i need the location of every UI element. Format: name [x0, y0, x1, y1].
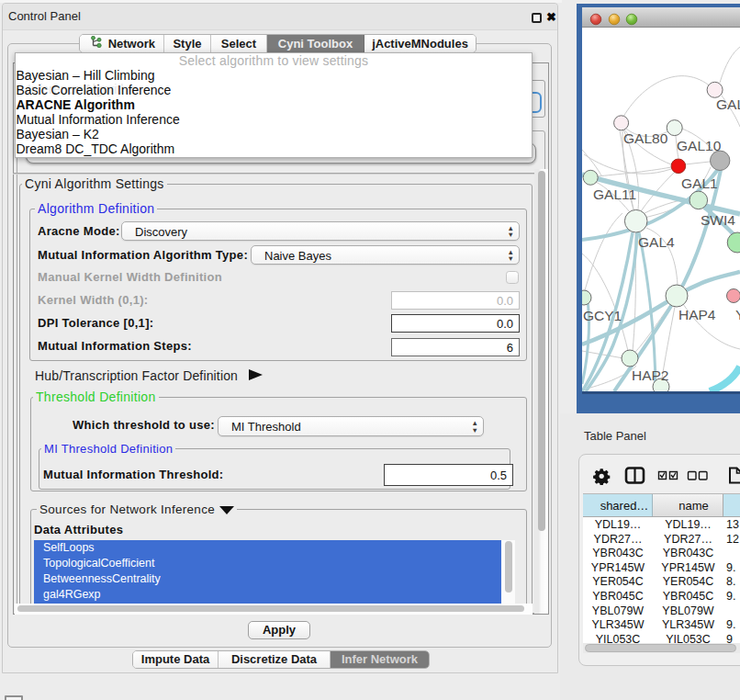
svg-text:Y: Y: [735, 307, 740, 322]
svg-text:GAL10: GAL10: [677, 138, 722, 153]
svg-text:GAL80: GAL80: [623, 130, 668, 146]
svg-text:SWI4: SWI4: [701, 212, 735, 228]
svg-text:HAP2: HAP2: [632, 367, 669, 383]
svg-text:GAL1: GAL1: [681, 175, 718, 191]
svg-text:GCY1: GCY1: [583, 308, 622, 323]
svg-text:GAL: GAL: [716, 96, 740, 112]
svg-text:GAL4: GAL4: [638, 234, 675, 250]
svg-text:GAL11: GAL11: [593, 186, 636, 202]
svg-text:HAP4: HAP4: [678, 307, 716, 322]
